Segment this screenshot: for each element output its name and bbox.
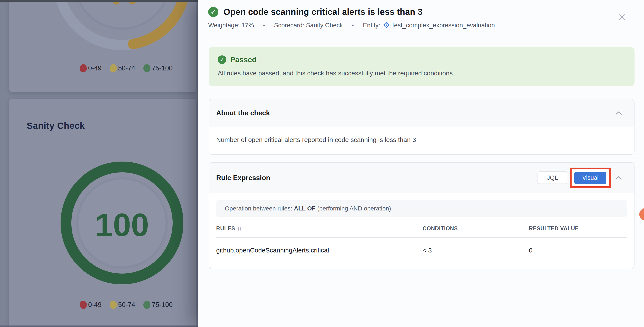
chevron-up-icon[interactable] — [616, 111, 622, 115]
rule-card-body: Operation between rules: ALL OF (perform… — [209, 193, 634, 269]
legend-label: 75-100 — [152, 301, 173, 309]
status-message: All rules have passed, and this check ha… — [218, 70, 626, 77]
legend-dot-yellow — [110, 64, 117, 72]
gauge-legend: 0-49 50-74 75-100 — [80, 64, 173, 72]
rule-card-title: Rule Expression — [216, 174, 270, 182]
legend-dot-green — [143, 301, 150, 309]
page-bottom-edge — [0, 326, 198, 327]
table-row: github.openCodeScanningAlerts.critical <… — [216, 238, 627, 267]
entity-label: Entity: — [363, 22, 380, 29]
page-top-edge — [0, 0, 198, 2]
resulted-value-cell: 0 — [529, 247, 627, 254]
legend-item-low: 0-49 — [80, 64, 102, 72]
chevron-up-icon[interactable] — [616, 176, 622, 180]
entity-group: Entity: ⚙ test_complex_expression_evalua… — [363, 21, 495, 29]
about-card-body: Number of open critical alerts reported … — [209, 127, 634, 154]
about-card-title: About the check — [216, 109, 270, 117]
weightage-text: Weightage: 17% — [208, 22, 254, 29]
check-passed-icon: ✓ — [208, 7, 218, 17]
about-the-check-card: About the check Number of open critical … — [209, 99, 634, 155]
bullet-separator-icon: • — [263, 22, 265, 29]
status-title: Passed — [230, 55, 257, 64]
entity-gear-icon: ⚙ — [383, 21, 390, 29]
gauge-chart-top — [9, 0, 196, 92]
red-annotation-highlight: Visual — [570, 168, 611, 188]
passed-status-banner: ✓ Passed All rules have passed, and this… — [209, 47, 634, 86]
scorecard-card-top: 0-49 50-74 75-100 — [9, 0, 196, 92]
legend-item-high: 75-100 — [143, 64, 173, 72]
scorecard-text: Scorecard: Sanity Check — [274, 22, 343, 29]
status-title-row: ✓ Passed — [218, 55, 626, 64]
title-row: ✓ Open code scanning critical alerts is … — [208, 7, 644, 17]
column-header-rules[interactable]: RULES ↑↓ — [216, 225, 423, 232]
column-header-resulted-value[interactable]: RESULTED VALUE ↑↓ — [529, 225, 627, 232]
legend-dot-yellow — [110, 301, 117, 309]
sort-icon[interactable]: ↑↓ — [460, 226, 464, 232]
column-header-conditions[interactable]: CONDITIONS ↑↓ — [423, 225, 529, 232]
check-details-drawer: ✓ Open code scanning critical alerts is … — [198, 0, 644, 327]
drawer-body: ✓ Passed All rules have passed, and this… — [198, 37, 644, 269]
rules-table: RULES ↑↓ CONDITIONS ↑↓ RESULTED VALUE ↑↓ — [216, 219, 627, 267]
rule-cell: github.openCodeScanningAlerts.critical — [216, 247, 423, 254]
legend-label: 50-74 — [118, 301, 135, 309]
operation-suffix: (performing AND operation) — [316, 205, 391, 212]
check-passed-icon: ✓ — [218, 55, 226, 64]
legend-label: 0-49 — [88, 64, 102, 72]
legend-item-mid: 50-74 — [110, 64, 135, 72]
gauge-legend: 0-49 50-74 75-100 — [80, 301, 173, 309]
bullet-separator-icon: • — [352, 22, 354, 29]
check-title: Open code scanning critical alerts is le… — [224, 7, 422, 17]
header-label: CONDITIONS — [423, 225, 458, 232]
header-label: RULES — [216, 225, 235, 232]
about-card-header[interactable]: About the check — [209, 99, 634, 127]
header-label: RESULTED VALUE — [529, 225, 579, 232]
legend-dot-red — [80, 64, 87, 72]
jql-toggle-button[interactable]: JQL — [538, 171, 567, 184]
legend-item-mid: 50-74 — [110, 301, 135, 309]
legend-label: 50-74 — [118, 64, 135, 72]
check-meta-row: Weightage: 17% • Scorecard: Sanity Check… — [208, 21, 644, 29]
legend-label: 75-100 — [152, 64, 173, 72]
operation-between-rules-strip: Operation between rules: ALL OF (perform… — [216, 200, 627, 217]
operation-prefix: Operation between rules: — [225, 205, 294, 212]
legend-dot-green — [143, 64, 150, 72]
legend-dot-red — [80, 301, 87, 309]
dashboard-background-overlay: 0-49 50-74 75-100 Sanity Check 100 — [0, 0, 198, 327]
rule-card-header: Rule Expression JQL Visual — [209, 163, 634, 193]
condition-cell: < 3 — [423, 247, 529, 254]
legend-item-high: 75-100 — [143, 301, 173, 309]
sort-icon[interactable]: ↑↓ — [237, 226, 241, 232]
scorecard-title: Sanity Check — [27, 121, 85, 131]
close-button[interactable]: ✕ — [616, 11, 628, 23]
legend-label: 0-49 — [88, 301, 102, 309]
visual-toggle-button[interactable]: Visual — [574, 172, 606, 184]
screen: 0-49 50-74 75-100 Sanity Check 100 — [0, 0, 644, 327]
rule-expression-card: Rule Expression JQL Visual Operation bet… — [209, 162, 634, 269]
rule-header-controls: JQL Visual — [538, 168, 622, 188]
drawer-header: ✓ Open code scanning critical alerts is … — [198, 0, 644, 37]
legend-item-low: 0-49 — [80, 301, 102, 309]
entity-name-link[interactable]: test_complex_expression_evaluation — [392, 22, 495, 29]
table-header-row: RULES ↑↓ CONDITIONS ↑↓ RESULTED VALUE ↑↓ — [216, 219, 627, 238]
scorecard-card-sanity-check: Sanity Check 100 0-49 50-74 75-100 — [9, 99, 196, 327]
gauge-value: 100 — [88, 206, 156, 244]
sort-icon[interactable]: ↑↓ — [581, 226, 585, 232]
operation-value: ALL OF — [294, 205, 316, 212]
